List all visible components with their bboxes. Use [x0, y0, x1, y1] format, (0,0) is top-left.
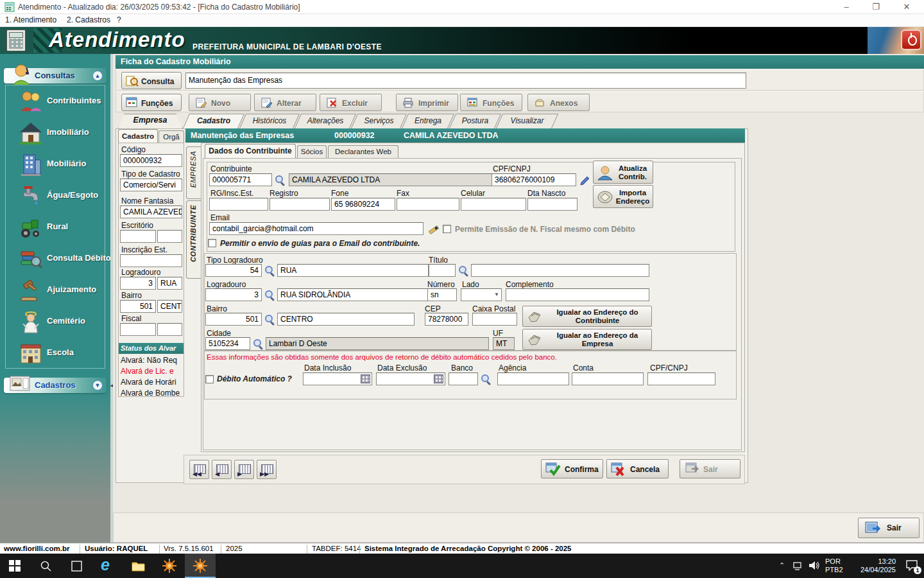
confirma-button[interactable]: Confirma — [541, 459, 603, 478]
conta-field[interactable] — [572, 372, 644, 385]
bairro-search-icon[interactable] — [263, 313, 276, 326]
tipo-logradouro-search-icon[interactable] — [263, 264, 276, 277]
page-tab-postura[interactable]: Postura — [452, 114, 498, 128]
dtanascto-field[interactable] — [527, 198, 578, 211]
tab-empresa[interactable]: Empresa — [118, 114, 182, 128]
agencia-field[interactable] — [497, 372, 569, 385]
calendar-icon[interactable] — [361, 374, 370, 383]
igualar-contribuinte-button[interactable]: Igualar ao Endereço do Contribuinte — [522, 306, 652, 327]
tray-network-icon[interactable] — [791, 554, 807, 578]
cpf-field[interactable]: 36806276000109 — [492, 173, 576, 186]
form-tab-socios[interactable]: Sócios — [297, 145, 327, 158]
contribuinte-search-icon[interactable] — [273, 173, 286, 186]
permite-emissao-checkbox[interactable] — [443, 225, 451, 233]
left-tab-cadastro[interactable]: Cadastro — [118, 129, 158, 143]
vtab-empresa[interactable]: EMPRESA — [186, 146, 201, 199]
cep-field[interactable]: 78278000 — [425, 313, 468, 326]
left-tab-orga[interactable]: Orgã — [158, 130, 184, 143]
page-tab-historicos[interactable]: Históricos — [243, 114, 296, 128]
escritorio-code-field[interactable] — [120, 230, 156, 243]
left-logradouro-field[interactable]: RUA — [157, 277, 182, 290]
file-explorer-icon[interactable] — [123, 554, 154, 578]
consulta-value-field[interactable]: Manutenção das Empresas — [185, 73, 746, 89]
notification-icon[interactable]: 1 — [900, 554, 924, 578]
page-tab-alteracoes[interactable]: Alterações — [298, 114, 353, 128]
titulo-search-icon[interactable] — [457, 264, 470, 277]
tray-language[interactable]: PORPTB2 — [825, 557, 843, 574]
fiscal-field[interactable] — [157, 323, 182, 336]
nome-fantasia-field[interactable]: CAMILA AZEVED — [120, 206, 182, 218]
vtab-contribuinte[interactable]: CONTRIBUINTE — [186, 200, 201, 279]
power-button[interactable] — [901, 30, 921, 50]
nav-prev-button[interactable]: ◀ — [212, 460, 232, 479]
toolbar-excluir-button[interactable]: Excluir — [320, 94, 382, 111]
cpf-edit-icon[interactable] — [579, 173, 592, 186]
form-tab-declarantes[interactable]: Declarantes Web — [328, 145, 398, 158]
nav-last-button[interactable]: ▶▶ — [257, 460, 277, 479]
sidebar-item-rural[interactable]: Rural — [6, 213, 105, 243]
caixa-postal-field[interactable] — [472, 313, 517, 326]
sidebar-item-consulta-debitos[interactable]: Consulta Débitos — [6, 244, 105, 275]
consulta-button[interactable]: Consulta — [121, 72, 182, 89]
debit-cpf-field[interactable] — [647, 372, 715, 385]
minimize-button[interactable]: – — [838, 1, 855, 13]
codigo-field[interactable]: 000000932 — [120, 154, 182, 167]
page-tab-visualizar[interactable]: Visualizar — [499, 114, 555, 128]
left-bairro-code-field[interactable]: 501 — [120, 300, 156, 313]
toolbar-alterar-button[interactable]: Alterar — [254, 94, 316, 111]
menu-cadastros[interactable]: 2. Cadastros — [67, 15, 110, 24]
data-exclusao-field[interactable] — [376, 372, 445, 385]
tipo-logradouro-field[interactable]: RUA — [277, 264, 429, 277]
left-logradouro-code-field[interactable]: 3 — [120, 277, 156, 290]
logradouro-search-icon[interactable] — [263, 288, 276, 301]
celular-field[interactable] — [461, 198, 526, 211]
bairro-field[interactable]: CENTRO — [277, 313, 415, 326]
igualar-empresa-button[interactable]: Igualar ao Endereço da Empresa — [522, 329, 652, 350]
sidebar-header-consultas[interactable]: Consultas ▲ — [4, 68, 107, 83]
contribuinte-code-field[interactable]: 000005771 — [209, 173, 272, 186]
data-inclusao-field[interactable] — [303, 372, 372, 385]
cidade-search-icon[interactable] — [252, 337, 264, 350]
titulo-field[interactable] — [471, 264, 649, 277]
logradouro-code-field[interactable]: 3 — [205, 288, 262, 301]
cidade-code-field[interactable]: 5105234 — [205, 337, 250, 350]
nav-next-button[interactable]: ▶ — [234, 460, 254, 479]
complemento-field[interactable] — [506, 288, 649, 301]
fone-field[interactable]: 65 96809224 — [331, 198, 395, 211]
numero-field[interactable]: sn — [427, 288, 457, 301]
calendar-icon[interactable] — [434, 374, 443, 383]
toolbar-novo-button[interactable]: Novo — [189, 94, 251, 111]
start-button[interactable] — [0, 554, 31, 578]
funcoes-button[interactable]: Funções — [121, 94, 182, 111]
menu-help[interactable]: ? — [117, 15, 121, 24]
cancela-button[interactable]: Cancela — [606, 459, 669, 478]
tipo-logradouro-code-field[interactable]: 54 — [205, 264, 262, 277]
tray-clock[interactable]: 13:2024/04/2025 — [846, 557, 896, 574]
form-tab-dados[interactable]: Dados do Contribuinte — [205, 144, 296, 158]
atualiza-contrib-button[interactable]: AtualizaContrib. — [593, 161, 653, 184]
banco-field[interactable] — [449, 372, 478, 385]
email-field[interactable]: contabil_garcia@hotmail.com — [209, 222, 424, 235]
app-icon-2-active[interactable] — [185, 554, 216, 578]
escritorio-field[interactable] — [157, 230, 182, 243]
page-tab-servicos[interactable]: Serviços — [354, 114, 404, 128]
sidebar-item-escola[interactable]: Escola — [6, 338, 105, 369]
expand-chevron-icon[interactable]: ▼ — [92, 380, 103, 390]
nav-first-button[interactable]: ◀◀ — [189, 460, 209, 479]
sidebar-item-ajuizamento[interactable]: Ajuizamento — [6, 276, 105, 306]
fiscal-code-field[interactable] — [120, 323, 156, 336]
sidebar-item-cemiterio[interactable]: Cemitério — [6, 307, 105, 338]
registro-field[interactable] — [270, 198, 330, 211]
tipo-cadastro-field[interactable]: Comercio/Servi — [120, 179, 182, 191]
menu-atendimento[interactable]: 1. Atendimento — [5, 15, 56, 24]
debito-automatico-checkbox[interactable] — [205, 375, 214, 383]
lado-dropdown-icon[interactable]: ▼ — [492, 290, 502, 300]
banco-search-icon[interactable] — [479, 372, 492, 385]
permitir-envio-checkbox[interactable] — [208, 239, 216, 247]
sidebar-item-agua-esgoto[interactable]: Água/Esgoto — [6, 181, 105, 212]
sidebar-item-mobiliario[interactable]: Mobiliário — [6, 150, 105, 180]
edge-icon[interactable]: e — [92, 554, 123, 578]
toolbar-imprimir-button[interactable]: Imprimir — [396, 94, 458, 111]
sidebar-item-contribuintes[interactable]: Contribuintes — [6, 87, 105, 118]
sidebar-header-cadastros[interactable]: Cadastros ▼ — [4, 378, 107, 393]
